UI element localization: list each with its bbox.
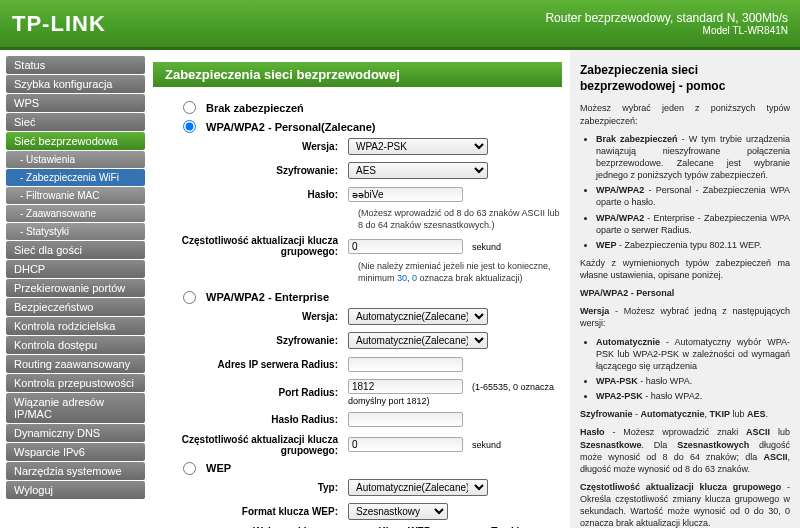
input-radius-port[interactable] bbox=[348, 379, 463, 394]
brand-logo: TP-LINK bbox=[12, 11, 106, 37]
security-option-wep[interactable]: WEP bbox=[183, 462, 562, 475]
nav-item[interactable]: - Zabezpieczenia WiFi bbox=[6, 169, 145, 186]
label-wep: WEP bbox=[206, 462, 231, 474]
input-ent-groupkey[interactable] bbox=[348, 437, 463, 452]
model-label: Model TL-WR841N bbox=[545, 25, 788, 36]
label-wep-format: Format klucza WEP: bbox=[153, 506, 348, 517]
select-personal-enc[interactable]: AES bbox=[348, 162, 488, 179]
help-p-freq: Częstotliwość aktualizacji klucza grupow… bbox=[580, 481, 790, 528]
label-ent-version: Wersja: bbox=[153, 311, 348, 322]
nav-item[interactable]: - Statystyki bbox=[6, 223, 145, 240]
nav-item[interactable]: - Zaawansowane bbox=[6, 205, 145, 222]
nav-item[interactable]: WPS bbox=[6, 94, 145, 112]
help-bullet: WEP - Zabezpieczenia typu 802.11 WEP. bbox=[596, 239, 790, 251]
security-option-none[interactable]: Brak zabezpieczeń bbox=[183, 101, 562, 114]
select-ent-version[interactable]: Automatycznie(Zalecane) bbox=[348, 308, 488, 325]
input-password[interactable] bbox=[348, 187, 463, 202]
radio-enterprise[interactable] bbox=[183, 291, 196, 304]
label-none: Brak zabezpieczeń bbox=[206, 102, 304, 114]
nav-item[interactable]: Sieć dla gości bbox=[6, 241, 145, 259]
col-key-type: Typ klucza bbox=[471, 526, 562, 528]
radio-wep[interactable] bbox=[183, 462, 196, 475]
help-panel: Zabezpieczenia sieci bezprzewodowej - po… bbox=[570, 50, 800, 528]
security-option-personal[interactable]: WPA/WPA2 - Personal(Zalecane) bbox=[183, 120, 562, 133]
nav-item[interactable]: Sieć bezprzewodowa bbox=[6, 132, 145, 150]
input-radius-ip[interactable] bbox=[348, 357, 463, 372]
select-wep-type[interactable]: Automatycznie(Zalecane) bbox=[348, 479, 488, 496]
label-enterprise: WPA/WPA2 - Enterprise bbox=[206, 291, 329, 303]
nav-item[interactable]: Kontrola rodzicielska bbox=[6, 317, 145, 335]
select-personal-version[interactable]: WPA2-PSK bbox=[348, 138, 488, 155]
nav-item[interactable]: Bezpieczeństwo bbox=[6, 298, 145, 316]
nav-item[interactable]: Sieć bbox=[6, 113, 145, 131]
nav-item[interactable]: Narzędzia systemowe bbox=[6, 462, 145, 480]
nav-item[interactable]: Kontrola dostępu bbox=[6, 336, 145, 354]
help-bullet: WPA2-PSK - hasło WPA2. bbox=[596, 390, 790, 402]
help-p-pass: Hasło - Możesz wprowadzić znaki ASCII lu… bbox=[580, 426, 790, 475]
nav-item[interactable]: Szybka konfiguracja bbox=[6, 75, 145, 93]
wep-key-table: Wybrany klucz Klucz WEP Typ klucza Klucz… bbox=[238, 526, 562, 528]
label-wep-type: Typ: bbox=[153, 482, 348, 493]
help-bullet: WPA-PSK - hasło WPA. bbox=[596, 375, 790, 387]
nav-item[interactable]: - Filtrowanie MAC bbox=[6, 187, 145, 204]
help-intro: Możesz wybrać jeden z poniższych typów z… bbox=[580, 102, 790, 126]
help-title: Zabezpieczenia sieci bezprzewodowej - po… bbox=[580, 62, 790, 94]
help-p-enc: Szyfrowanie - Automatycznie, TKIP lub AE… bbox=[580, 408, 790, 420]
label-radius-ip: Adres IP serwera Radius: bbox=[153, 359, 348, 370]
select-ent-enc[interactable]: Automatycznie(Zalecane) bbox=[348, 332, 488, 349]
col-wep-key: Klucz WEP bbox=[338, 526, 470, 528]
help-p2: Każdy z wymienionych typów zabezpieczeń … bbox=[580, 257, 790, 281]
label-radius-pass: Hasło Radius: bbox=[153, 414, 348, 425]
help-list-2: Automatycznie - Automatyczny wybór WPA-P… bbox=[596, 336, 790, 403]
label-ent-groupkey: Częstotliwość aktualizacji klucza grupow… bbox=[153, 434, 348, 456]
label-password: Hasło: bbox=[153, 189, 348, 200]
hint-seconds: sekund bbox=[472, 242, 501, 252]
product-title: Router bezprzewodowy, standard N, 300Mb/… bbox=[545, 11, 788, 25]
app-header: TP-LINK Router bezprzewodowy, standard N… bbox=[0, 0, 800, 50]
sidebar-nav: StatusSzybka konfiguracjaWPSSiećSieć bez… bbox=[0, 50, 145, 528]
label-encryption: Szyfrowanie: bbox=[153, 165, 348, 176]
nav-item[interactable]: Routing zaawansowany bbox=[6, 355, 145, 373]
page-title: Zabezpieczenia sieci bezprzewodowej bbox=[153, 62, 562, 87]
nav-item[interactable]: - Ustawienia bbox=[6, 151, 145, 168]
label-version: Wersja: bbox=[153, 141, 348, 152]
hint-groupkey: (Nie należy zmieniać jeżeli nie jest to … bbox=[358, 261, 562, 284]
hint-password: (Możesz wprowadzić od 8 do 63 znaków ASC… bbox=[358, 208, 562, 231]
nav-item[interactable]: Wiązanie adresów IP/MAC bbox=[6, 393, 145, 423]
label-groupkey: Częstotliwość aktualizacji klucza grupow… bbox=[153, 235, 348, 257]
radio-personal[interactable] bbox=[183, 120, 196, 133]
help-bullet: WPA/WPA2 - Enterprise - Zabezpieczenia W… bbox=[596, 212, 790, 236]
help-h-personal: WPA/WPA2 - Personal bbox=[580, 288, 674, 298]
select-wep-format[interactable]: Szesnastkowy bbox=[348, 503, 448, 520]
nav-item[interactable]: Przekierowanie portów bbox=[6, 279, 145, 297]
nav-item[interactable]: Status bbox=[6, 56, 145, 74]
label-personal: WPA/WPA2 - Personal(Zalecane) bbox=[206, 121, 376, 133]
nav-item[interactable]: DHCP bbox=[6, 260, 145, 278]
radio-none[interactable] bbox=[183, 101, 196, 114]
input-radius-pass[interactable] bbox=[348, 412, 463, 427]
label-radius-port: Port Radius: bbox=[153, 387, 348, 398]
security-option-enterprise[interactable]: WPA/WPA2 - Enterprise bbox=[183, 291, 562, 304]
col-selected-key: Wybrany klucz bbox=[238, 526, 338, 528]
help-bullet: Brak zabezpieczeń - W tym trybie urządze… bbox=[596, 133, 790, 182]
help-list-1: Brak zabezpieczeń - W tym trybie urządze… bbox=[596, 133, 790, 251]
nav-item[interactable]: Dynamiczny DNS bbox=[6, 424, 145, 442]
label-ent-enc: Szyfrowanie: bbox=[153, 335, 348, 346]
hint-seconds2: sekund bbox=[472, 440, 501, 450]
help-bullet: Automatycznie - Automatyczny wybór WPA-P… bbox=[596, 336, 790, 372]
nav-item[interactable]: Wsparcie IPv6 bbox=[6, 443, 145, 461]
input-groupkey[interactable] bbox=[348, 239, 463, 254]
main-content: Zabezpieczenia sieci bezprzewodowej Brak… bbox=[145, 50, 570, 528]
help-bullet: WPA/WPA2 - Personal - Zabezpieczenia WPA… bbox=[596, 184, 790, 208]
header-info: Router bezprzewodowy, standard N, 300Mb/… bbox=[545, 11, 788, 36]
nav-item[interactable]: Wyloguj bbox=[6, 481, 145, 499]
nav-item[interactable]: Kontrola przepustowości bbox=[6, 374, 145, 392]
help-p-version: Wersja - Możesz wybrać jedną z następują… bbox=[580, 305, 790, 329]
